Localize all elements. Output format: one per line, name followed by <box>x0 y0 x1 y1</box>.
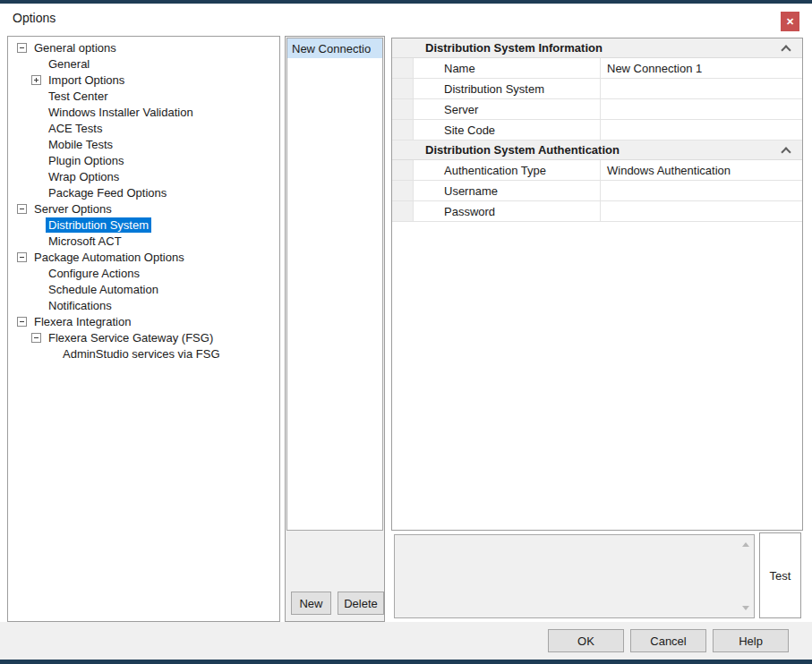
distribution-system-field[interactable] <box>601 79 802 98</box>
password-field[interactable] <box>601 201 802 221</box>
options-tree: General options General Import Options T… <box>7 36 280 622</box>
section-title: Distribution System Authentication <box>392 143 620 157</box>
tree-item-distribution-system[interactable]: Distribution System <box>8 217 279 233</box>
tree-item-mobile-tests[interactable]: Mobile Tests <box>8 136 279 152</box>
authentication-type-field[interactable]: Windows Authentication <box>601 160 802 180</box>
chevron-up-icon[interactable] <box>781 45 791 55</box>
tree-item-import-options[interactable]: Import Options <box>8 72 279 88</box>
new-button[interactable]: New <box>291 592 331 615</box>
property-grid: Distribution System Information Name New… <box>391 38 803 531</box>
tree-item-server-options[interactable]: Server Options <box>8 200 279 217</box>
connection-list-item[interactable]: New Connectio <box>287 38 382 58</box>
tree-item-test-center[interactable]: Test Center <box>8 88 279 104</box>
title-bar: Options ✕ <box>0 4 812 36</box>
minus-icon[interactable] <box>17 43 27 53</box>
section-header-information[interactable]: Distribution System Information <box>392 38 802 58</box>
property-row-authentication-type: Authentication Type Windows Authenticati… <box>392 160 802 181</box>
dialog-footer: OK Cancel Help <box>0 622 812 660</box>
selected-tree-item: Distribution System <box>46 217 151 233</box>
server-field[interactable] <box>601 99 802 119</box>
username-field[interactable] <box>601 181 802 200</box>
row-gutter <box>392 79 414 98</box>
tree-item-wrap-options[interactable]: Wrap Options <box>8 168 279 184</box>
tree-item-general-options[interactable]: General options <box>8 39 279 55</box>
dialog-title: Options <box>13 11 56 25</box>
tree-item-configure-actions[interactable]: Configure Actions <box>8 265 279 281</box>
minus-icon[interactable] <box>17 204 27 214</box>
test-button[interactable]: Test <box>759 532 801 618</box>
chevron-up-icon[interactable] <box>781 147 791 157</box>
tree-item-package-feed-options[interactable]: Package Feed Options <box>8 184 279 200</box>
site-code-field[interactable] <box>601 120 802 140</box>
tree-item-package-automation-options[interactable]: Package Automation Options <box>8 249 279 265</box>
property-row-password: Password <box>392 201 802 222</box>
name-field[interactable]: New Connection 1 <box>601 58 802 78</box>
plus-icon[interactable] <box>31 75 41 85</box>
tree-item-flexera-service-gateway[interactable]: Flexera Service Gateway (FSG) <box>8 329 279 345</box>
tree-item-flexera-integration[interactable]: Flexera Integration <box>8 313 279 329</box>
row-gutter <box>392 181 414 200</box>
tree-item-general[interactable]: General <box>8 55 279 72</box>
tree-item-ace-tests[interactable]: ACE Tests <box>8 120 279 136</box>
close-icon: ✕ <box>786 17 794 27</box>
delete-button[interactable]: Delete <box>338 592 384 615</box>
row-gutter <box>392 160 414 180</box>
window-frame-bottom <box>0 660 812 664</box>
scroll-down-icon[interactable] <box>739 601 752 615</box>
close-button[interactable]: ✕ <box>781 12 799 31</box>
row-gutter <box>392 201 414 221</box>
help-button[interactable]: Help <box>713 629 789 652</box>
minus-icon[interactable] <box>31 333 41 343</box>
section-header-authentication[interactable]: Distribution System Authentication <box>392 140 802 160</box>
connections-actions: New Delete <box>291 592 384 615</box>
tree-item-windows-installer-validation[interactable]: Windows Installer Validation <box>8 104 279 120</box>
cancel-button[interactable]: Cancel <box>630 629 706 652</box>
minus-icon[interactable] <box>17 252 27 262</box>
tree-item-notifications[interactable]: Notifications <box>8 297 279 313</box>
property-row-name: Name New Connection 1 <box>392 58 802 79</box>
section-title: Distribution System Information <box>392 41 603 55</box>
row-gutter <box>392 58 414 78</box>
minus-icon[interactable] <box>17 317 27 327</box>
tree-item-adminstudio-services[interactable]: AdminStudio services via FSG <box>8 345 279 362</box>
connections-list: New Connectio <box>286 38 383 531</box>
test-output-area <box>394 534 755 618</box>
row-gutter <box>392 99 414 119</box>
connections-panel: New Connectio New Delete <box>285 36 385 622</box>
property-row-site-code: Site Code <box>392 120 802 140</box>
scroll-up-icon[interactable] <box>739 538 752 551</box>
property-row-server: Server <box>392 99 802 120</box>
tree-item-schedule-automation[interactable]: Schedule Automation <box>8 281 279 297</box>
property-row-username: Username <box>392 181 802 201</box>
options-dialog: Options ✕ General options General Import… <box>0 0 812 664</box>
tree-item-microsoft-act[interactable]: Microsoft ACT <box>8 233 279 249</box>
property-row-distribution-system: Distribution System <box>392 79 802 99</box>
row-gutter <box>392 120 414 140</box>
ok-button[interactable]: OK <box>548 629 624 652</box>
tree-item-plugin-options[interactable]: Plugin Options <box>8 152 279 168</box>
